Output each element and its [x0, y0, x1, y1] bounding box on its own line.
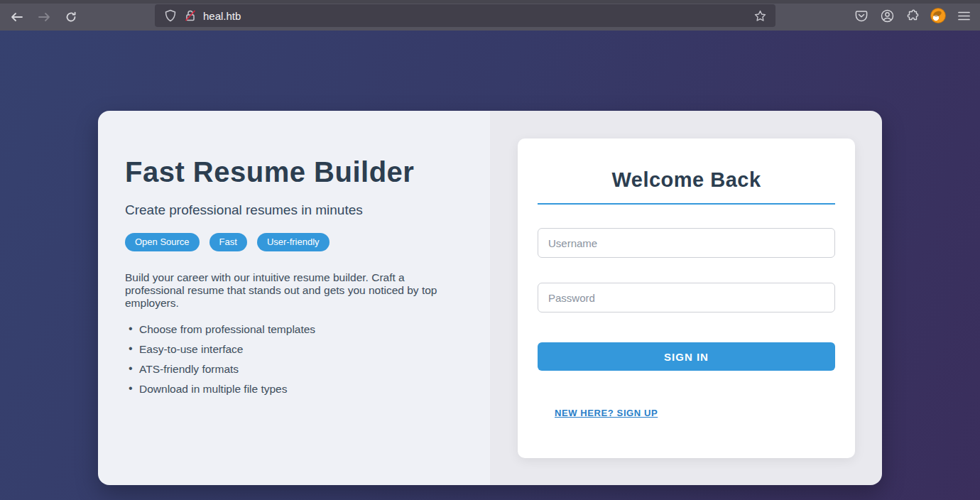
feature-list-item: Download in multiple file types: [125, 383, 462, 396]
hero-description: Build your career with our intuitive res…: [125, 271, 462, 310]
password-input[interactable]: [538, 283, 835, 312]
forward-icon: [33, 6, 55, 28]
feature-list-item: Easy-to-use interface: [125, 343, 462, 356]
form-panel: Welcome Back SIGN IN NEW HERE? SIGN UP: [490, 111, 882, 485]
feature-badge: Fast: [209, 233, 247, 251]
feature-list-item: Choose from professional templates: [125, 323, 462, 336]
login-title-underline: Welcome Back: [538, 168, 835, 205]
foxyproxy-icon[interactable]: [927, 5, 949, 26]
sign-in-button[interactable]: SIGN IN: [538, 342, 835, 371]
extensions-puzzle-icon[interactable]: [902, 5, 923, 26]
url-text[interactable]: heal.htb: [203, 10, 750, 22]
url-bar[interactable]: heal.htb: [155, 4, 775, 27]
feature-list: Choose from professional templates Easy-…: [125, 323, 462, 396]
toolbar-right-icons: [851, 4, 974, 27]
back-icon[interactable]: [6, 6, 28, 28]
sign-up-link[interactable]: NEW HERE? SIGN UP: [555, 408, 658, 418]
hero-panel: Fast Resume Builder Create professional …: [98, 111, 490, 485]
browser-window: heal.htb: [0, 0, 980, 500]
login-title: Welcome Back: [538, 168, 835, 192]
tracking-protection-shield-icon[interactable]: [160, 6, 180, 25]
pocket-icon[interactable]: [851, 5, 872, 26]
feature-list-item: ATS-friendly formats: [125, 363, 462, 376]
insecure-lock-icon[interactable]: [180, 6, 200, 25]
username-input[interactable]: [538, 228, 835, 258]
page-background: Fast Resume Builder Create professional …: [0, 31, 980, 500]
bookmark-star-icon[interactable]: [750, 6, 770, 25]
feature-badge: User-friendly: [257, 233, 330, 251]
badge-row: Open Source Fast User-friendly: [125, 233, 462, 251]
page-subtitle: Create professional resumes in minutes: [125, 202, 462, 218]
main-card: Fast Resume Builder Create professional …: [98, 111, 882, 485]
account-icon[interactable]: [876, 5, 898, 26]
reload-icon[interactable]: [60, 6, 82, 28]
feature-badge: Open Source: [125, 233, 200, 251]
login-card: Welcome Back SIGN IN NEW HERE? SIGN UP: [518, 138, 855, 458]
menu-icon[interactable]: [953, 5, 974, 26]
page-title: Fast Resume Builder: [125, 156, 462, 188]
